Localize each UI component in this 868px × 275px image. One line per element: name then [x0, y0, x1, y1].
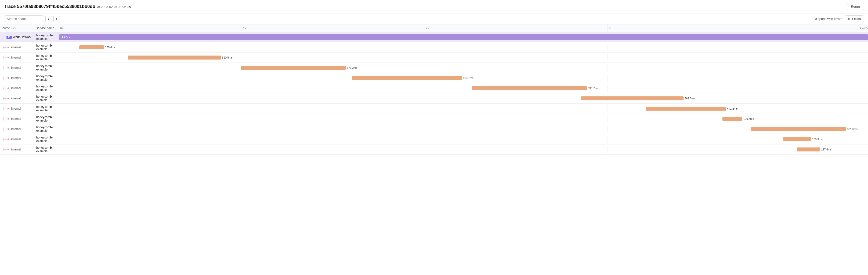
- th-service[interactable]: service.name ↕: [34, 25, 59, 32]
- child-service-cell: honeycomb-example: [34, 114, 59, 124]
- child-bar-label: 562.5ms: [685, 97, 695, 100]
- child-span-name: internal: [11, 137, 21, 141]
- header: Trace 5570fa98b8079ff45bec5538001bb0db a…: [0, 0, 868, 13]
- root-span-name: Work.DoWork: [13, 35, 31, 39]
- time-label-2s: 2s: [425, 27, 429, 30]
- table-row[interactable]: ├─ internal honeycomb-example 562.5ms: [0, 94, 868, 104]
- child-span-name: internal: [11, 148, 21, 151]
- child-timeline-cell: 153.3ms: [59, 134, 868, 144]
- root-name-cell: ··· 11 Work.DoWork: [0, 32, 34, 42]
- child-span-bar: [646, 107, 726, 111]
- table-row[interactable]: ├─ internal honeycomb-example 153.3ms: [0, 134, 868, 144]
- trace-title: Trace 5570fa98b8079ff45bec5538001bb0db: [4, 4, 95, 9]
- timeline-header: 0s 1s 2s 3s 4.427s: [59, 25, 868, 32]
- table-row[interactable]: ├─ internal honeycomb-example 603.1ms: [0, 73, 868, 83]
- time-marker-0s: 0s: [59, 25, 63, 32]
- child-span-bar: [472, 86, 587, 91]
- fields-grid-icon: ⊞: [848, 17, 850, 21]
- time-label-0s: 0s: [59, 27, 63, 30]
- sort-icon: ↕: [11, 27, 12, 30]
- rerun-button[interactable]: Rerun: [847, 3, 864, 10]
- child-timeline-cell: 109.4ms: [59, 114, 868, 124]
- dot-icon: [7, 57, 9, 58]
- root-span-bar: 4.427s: [59, 34, 868, 40]
- child-bar-label: 153.3ms: [812, 138, 823, 141]
- child-service-cell: honeycomb-example: [34, 124, 59, 134]
- col-service-label: service.name: [36, 26, 54, 30]
- child-bar-label: 135.4ms: [105, 46, 116, 49]
- dot-icon: [7, 118, 9, 119]
- child-timeline-cell: 521.6ms: [59, 124, 868, 134]
- child-span-bar: [751, 127, 846, 131]
- root-service-cell: honeycomb-example: [34, 32, 59, 42]
- dot-icon: [7, 98, 9, 99]
- dot-icon: [7, 77, 9, 79]
- expand-dots[interactable]: ···: [2, 36, 5, 39]
- child-span-name: internal: [11, 45, 21, 49]
- dot-icon: [7, 88, 9, 89]
- tree-connector: ├─: [2, 117, 6, 120]
- table-row[interactable]: ├─ internal honeycomb-example 510.5ms: [0, 53, 868, 63]
- root-bar-label: 4.427s: [60, 36, 70, 39]
- child-bar-label: 510.5ms: [222, 56, 232, 59]
- time-marker-1s: 1s: [242, 25, 246, 32]
- table-row[interactable]: ├─ internal honeycomb-example 573.2ms: [0, 63, 868, 73]
- next-button[interactable]: ▼: [53, 16, 60, 22]
- table-row[interactable]: ├─ internal honeycomb-example 109.4ms: [0, 114, 868, 124]
- child-name-cell: ├─ internal: [0, 94, 34, 104]
- table-row[interactable]: ├─ internal honeycomb-example 521.6ms: [0, 124, 868, 134]
- fields-button[interactable]: ⊞ Fields: [845, 15, 864, 22]
- child-span-bar: [722, 117, 742, 121]
- dot-icon: [7, 108, 9, 109]
- child-name-cell: ├─ internal: [0, 134, 34, 144]
- child-service-cell: honeycomb-example: [34, 134, 59, 144]
- table-row[interactable]: ··· 11 Work.DoWork honeycomb-example 4.4…: [0, 32, 868, 42]
- prev-button[interactable]: ▲: [45, 16, 52, 22]
- child-span-name: internal: [11, 107, 21, 110]
- time-label-end: 4.427s: [859, 27, 868, 30]
- child-name-cell: ├─ internal: [0, 83, 34, 94]
- trace-table: name ↕ ⊙ service.name ↕ 0s: [0, 25, 868, 155]
- time-marker-3s: 3s: [608, 25, 612, 32]
- child-span-bar: [581, 96, 684, 101]
- trace-timestamp: at 2023-02-04 11:06:39: [97, 5, 131, 9]
- child-service-cell: honeycomb-example: [34, 83, 59, 94]
- child-timeline-cell: 510.5ms: [59, 53, 868, 63]
- up-arrow-icon: ▲: [48, 18, 50, 21]
- tree-connector: ├─: [2, 87, 6, 90]
- child-service-cell: honeycomb-example: [34, 94, 59, 104]
- child-timeline-cell: 630.7ms: [59, 83, 868, 94]
- child-service-cell: honeycomb-example: [34, 104, 59, 114]
- child-span-name: internal: [11, 97, 21, 100]
- child-span-name: internal: [11, 127, 21, 131]
- search-input[interactable]: [4, 15, 44, 22]
- dot-icon: [7, 138, 9, 140]
- trace-id: 5570fa98b8079ff45bec5538001bb0db: [17, 4, 95, 9]
- table-row[interactable]: ├─ internal honeycomb-example 135.4ms: [0, 42, 868, 53]
- child-timeline-cell: 573.2ms: [59, 63, 868, 73]
- child-span-bar: [128, 56, 221, 60]
- child-service-cell: honeycomb-example: [34, 144, 59, 155]
- time-marker-end: 4.427s: [859, 25, 868, 32]
- tree-connector: ├─: [2, 128, 6, 131]
- child-name-cell: ├─ internal: [0, 124, 34, 134]
- dot-icon: [7, 128, 9, 130]
- child-bar-label: 573.2ms: [347, 66, 357, 69]
- table-row[interactable]: ├─ internal honeycomb-example 127.6ms: [0, 144, 868, 155]
- child-bar-label: 630.7ms: [588, 87, 598, 90]
- child-name-cell: ├─ internal: [0, 144, 34, 155]
- child-name-cell: ├─ internal: [0, 114, 34, 124]
- child-timeline-cell: 135.4ms: [59, 42, 868, 53]
- child-timeline-cell: 562.5ms: [59, 94, 868, 104]
- child-span-name: internal: [11, 87, 21, 90]
- table-row[interactable]: ├─ internal honeycomb-example 441.2ms: [0, 104, 868, 114]
- root-timeline-cell: 4.427s: [59, 32, 868, 42]
- table-row[interactable]: ├─ internal honeycomb-example 630.7ms: [0, 83, 868, 94]
- tree-connector: ├─: [2, 148, 6, 151]
- child-service-cell: honeycomb-example: [34, 63, 59, 73]
- tree-connector: ├─: [2, 46, 6, 49]
- child-timeline-cell: 441.2ms: [59, 104, 868, 114]
- tree-connector: ├─: [2, 138, 6, 141]
- header-left: Trace 5570fa98b8079ff45bec5538001bb0db a…: [4, 4, 131, 9]
- th-name[interactable]: name ↕ ⊙: [0, 25, 34, 32]
